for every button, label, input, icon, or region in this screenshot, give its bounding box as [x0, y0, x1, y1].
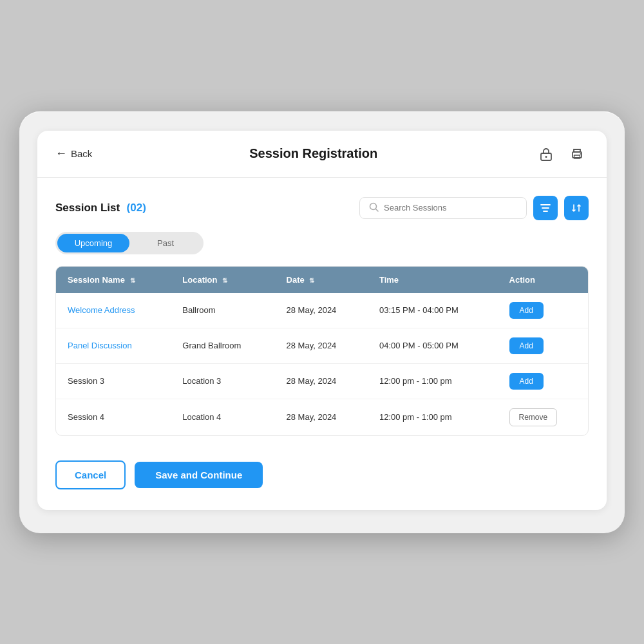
session-list-header: Session List (02): [55, 196, 589, 220]
remove-button[interactable]: Remove: [509, 408, 558, 426]
header-actions: [535, 142, 589, 166]
cell-time: 03:15 PM - 04:00 PM: [368, 293, 498, 328]
cell-time: 12:00 pm - 1:00 pm: [368, 399, 498, 435]
device-frame: ← Back Session Registration: [19, 111, 625, 533]
sort-date-icon: ⇅: [309, 277, 314, 284]
footer-actions: Cancel Save and Continue: [55, 460, 589, 489]
filter-button[interactable]: [533, 196, 558, 220]
search-icon: [369, 202, 379, 214]
cell-action: Remove: [498, 399, 588, 435]
session-name-text[interactable]: Welcome Address: [68, 305, 135, 315]
cell-location: Ballroom: [171, 293, 274, 328]
header: ← Back Session Registration: [37, 131, 607, 178]
col-location[interactable]: Location ⇅: [171, 267, 274, 293]
cell-location: Location 4: [171, 399, 274, 435]
col-time: Time: [368, 267, 498, 293]
cell-time: 12:00 pm - 1:00 pm: [368, 363, 498, 399]
cell-location: Grand Ballroom: [171, 328, 274, 363]
cell-time: 04:00 PM - 05:00 PM: [368, 328, 498, 363]
cell-date: 28 May, 2024: [275, 328, 368, 363]
col-session-name[interactable]: Session Name ⇅: [56, 267, 171, 293]
cell-date: 28 May, 2024: [275, 399, 368, 435]
table-row: Welcome Address Ballroom 28 May, 2024 03…: [56, 293, 588, 328]
session-count-badge: (02): [127, 202, 146, 214]
cell-session-name: Panel Discussion: [56, 328, 171, 363]
main-content: Session List (02): [37, 178, 607, 510]
sort-session-name-icon: ⇅: [130, 277, 135, 284]
col-date[interactable]: Date ⇅: [275, 267, 368, 293]
add-button[interactable]: Add: [509, 302, 544, 319]
col-action: Action: [498, 267, 588, 293]
cell-date: 28 May, 2024: [275, 293, 368, 328]
back-button[interactable]: ← Back: [55, 147, 92, 160]
add-button[interactable]: Add: [509, 337, 544, 354]
cell-session-name: Session 3: [56, 363, 171, 399]
cell-session-name: Session 4: [56, 399, 171, 435]
cancel-button[interactable]: Cancel: [55, 460, 126, 489]
back-label: Back: [71, 148, 92, 159]
sort-location-icon: ⇅: [222, 277, 227, 284]
page-title: Session Registration: [249, 146, 377, 161]
lock-icon[interactable]: [535, 142, 558, 166]
search-box: [359, 197, 527, 219]
cell-date: 28 May, 2024: [275, 363, 368, 399]
cell-action: Add: [498, 293, 588, 328]
sessions-table-wrapper: Session Name ⇅ Location ⇅ Date ⇅ Time Ac…: [55, 266, 589, 436]
tab-past[interactable]: Past: [129, 234, 202, 252]
back-arrow-icon: ←: [55, 147, 67, 160]
cell-location: Location 3: [171, 363, 274, 399]
search-filter-row: [359, 196, 589, 220]
tab-container: Upcoming Past: [55, 232, 204, 254]
search-input[interactable]: [384, 203, 517, 213]
session-name-text: Session 4: [68, 412, 104, 422]
table-row: Session 4 Location 4 28 May, 2024 12:00 …: [56, 399, 588, 435]
tab-upcoming[interactable]: Upcoming: [57, 234, 129, 252]
table-body: Welcome Address Ballroom 28 May, 2024 03…: [56, 293, 588, 435]
save-continue-button[interactable]: Save and Continue: [135, 462, 263, 488]
session-list-title-text: Session List: [55, 202, 120, 214]
table-header-row: Session Name ⇅ Location ⇅ Date ⇅ Time Ac…: [56, 267, 588, 293]
svg-rect-3: [574, 155, 580, 158]
print-icon[interactable]: [565, 142, 589, 166]
session-name-text: Session 3: [68, 376, 104, 386]
tabs-row: Upcoming Past: [55, 232, 589, 254]
sort-button[interactable]: [564, 196, 589, 220]
svg-point-1: [545, 156, 547, 158]
session-list-title: Session List (02): [55, 202, 146, 214]
add-button[interactable]: Add: [509, 373, 544, 390]
app-container: ← Back Session Registration: [37, 131, 607, 510]
table-row: Session 3 Location 3 28 May, 2024 12:00 …: [56, 363, 588, 399]
svg-point-4: [580, 153, 581, 155]
session-name-text[interactable]: Panel Discussion: [68, 341, 132, 350]
sessions-table: Session Name ⇅ Location ⇅ Date ⇅ Time Ac…: [56, 267, 588, 435]
table-row: Panel Discussion Grand Ballroom 28 May, …: [56, 328, 588, 363]
cell-action: Add: [498, 328, 588, 363]
cell-session-name: Welcome Address: [56, 293, 171, 328]
svg-line-6: [376, 209, 379, 211]
cell-action: Add: [498, 363, 588, 399]
